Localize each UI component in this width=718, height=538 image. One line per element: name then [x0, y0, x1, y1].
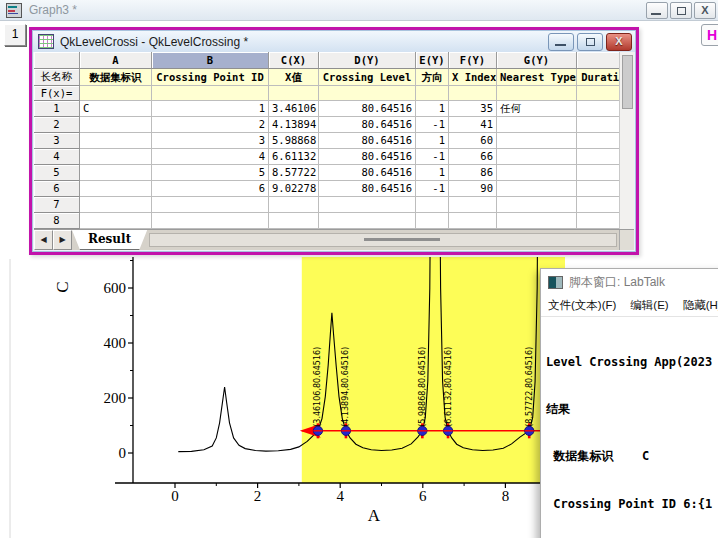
resize-grip[interactable]: [619, 230, 634, 250]
tab-scroll-left-button[interactable]: ◀: [34, 230, 53, 250]
worksheet-cell[interactable]: 80.64516: [319, 149, 416, 165]
worksheet-cell[interactable]: [497, 117, 577, 133]
worksheet-cell[interactable]: -1: [416, 181, 449, 197]
worksheet-cell[interactable]: [416, 213, 449, 229]
worksheet-cell[interactable]: [80, 117, 152, 133]
fx-cell[interactable]: [497, 86, 577, 101]
fx-cell[interactable]: [577, 86, 620, 101]
worksheet-cell[interactable]: 80.64516: [319, 101, 416, 117]
layer-1-button[interactable]: 1: [4, 24, 26, 46]
worksheet-horizontal-scrollbar[interactable]: [149, 233, 617, 247]
worksheet-titlebar[interactable]: QkLevelCrossi - QkLevelCrossing * X: [33, 31, 635, 52]
worksheet-cell[interactable]: 3.46106: [269, 101, 319, 117]
worksheet-cell[interactable]: 66: [449, 149, 497, 165]
worksheet-cell[interactable]: [80, 197, 152, 213]
worksheet-cell[interactable]: [80, 165, 152, 181]
worksheet-cell[interactable]: 5: [152, 165, 269, 181]
fx-cell[interactable]: [269, 86, 319, 101]
column-header-F(Y)[interactable]: F(Y): [449, 52, 497, 69]
worksheet-cell[interactable]: [497, 133, 577, 149]
worksheet-cell[interactable]: 90: [449, 181, 497, 197]
worksheet-cell[interactable]: 1: [416, 165, 449, 181]
row-number[interactable]: 3: [34, 133, 80, 149]
row-number[interactable]: 8: [34, 213, 80, 229]
worksheet-cell[interactable]: -1: [416, 149, 449, 165]
fx-cell[interactable]: [449, 86, 497, 101]
menu-file[interactable]: 文件(文本)(F): [548, 298, 616, 313]
worksheet-cell[interactable]: 1: [416, 133, 449, 149]
graph3-close-button[interactable]: X: [694, 2, 716, 19]
graph3-titlebar[interactable]: Graph3 * X: [0, 0, 718, 21]
worksheet-vertical-scrollbar[interactable]: [619, 52, 634, 230]
worksheet-cell[interactable]: [269, 197, 319, 213]
worksheet-cell[interactable]: [449, 213, 497, 229]
scrollbar-thumb[interactable]: [364, 238, 440, 241]
worksheet-cell[interactable]: -1: [416, 117, 449, 133]
fx-cell[interactable]: [80, 86, 152, 101]
worksheet-cell[interactable]: [497, 181, 577, 197]
column-header-B[interactable]: B: [152, 52, 269, 69]
worksheet-close-button[interactable]: X: [606, 33, 632, 51]
worksheet-cell[interactable]: [577, 213, 620, 229]
worksheet-grid[interactable]: ABC(X)D(Y)E(Y)F(Y)G(Y)长名称数据集标识Crossing P…: [34, 52, 620, 230]
worksheet-cell[interactable]: 80.64516: [319, 133, 416, 149]
menu-hide[interactable]: 隐藏(H): [683, 298, 718, 313]
worksheet-cell[interactable]: [497, 197, 577, 213]
long-name-row-header[interactable]: 长名称: [34, 69, 80, 86]
column-header-G(Y)[interactable]: G(Y): [497, 52, 577, 69]
column-header-E(Y)[interactable]: E(Y): [416, 52, 449, 69]
worksheet-cell[interactable]: [80, 213, 152, 229]
worksheet-cell[interactable]: [577, 149, 620, 165]
worksheet-cell[interactable]: 80.64516: [319, 117, 416, 133]
worksheet-cell[interactable]: [497, 149, 577, 165]
worksheet-cell[interactable]: 1: [416, 101, 449, 117]
worksheet-cell[interactable]: 4: [152, 149, 269, 165]
worksheet-cell[interactable]: 任何: [497, 101, 577, 117]
column-header-C(X)[interactable]: C(X): [269, 52, 319, 69]
column-header-A[interactable]: A: [80, 52, 152, 69]
hide-app-button[interactable]: H: [701, 24, 718, 46]
worksheet-cell[interactable]: 60: [449, 133, 497, 149]
long-name-cell[interactable]: Crossing Point ID: [152, 69, 269, 86]
menu-edit[interactable]: 编辑(E): [630, 298, 668, 313]
worksheet-cell[interactable]: [577, 117, 620, 133]
scrollbar-thumb[interactable]: [622, 55, 633, 109]
row-number[interactable]: 4: [34, 149, 80, 165]
fx-cell[interactable]: [319, 86, 416, 101]
fx-cell[interactable]: [152, 86, 269, 101]
script-output[interactable]: Level Crossing App(2023 结果 数据集标识 C Cross…: [541, 317, 718, 538]
worksheet-cell[interactable]: 41: [449, 117, 497, 133]
worksheet-restore-button[interactable]: [577, 33, 603, 51]
worksheet-cell[interactable]: [319, 197, 416, 213]
worksheet-cell[interactable]: [80, 181, 152, 197]
worksheet-cell[interactable]: [497, 213, 577, 229]
worksheet-cell[interactable]: [80, 133, 152, 149]
worksheet-cell[interactable]: [449, 197, 497, 213]
row-number[interactable]: 5: [34, 165, 80, 181]
worksheet-cell[interactable]: 5.98868: [269, 133, 319, 149]
worksheet-cell[interactable]: 9.02278: [269, 181, 319, 197]
worksheet-cell[interactable]: [269, 213, 319, 229]
worksheet-cell[interactable]: [416, 197, 449, 213]
long-name-cell[interactable]: X值: [269, 69, 319, 86]
worksheet-cell[interactable]: 1: [152, 101, 269, 117]
row-number[interactable]: 1: [34, 101, 80, 117]
worksheet-cell[interactable]: [152, 197, 269, 213]
row-number[interactable]: 2: [34, 117, 80, 133]
row-number[interactable]: 6: [34, 181, 80, 197]
fx-cell[interactable]: [416, 86, 449, 101]
graph3-restore-button[interactable]: [670, 2, 692, 19]
row-number[interactable]: 7: [34, 197, 80, 213]
long-name-cell[interactable]: Duration: [577, 69, 620, 86]
fx-row-header[interactable]: F(x)=: [34, 86, 80, 101]
long-name-cell[interactable]: Crossing Level: [319, 69, 416, 86]
worksheet-cell[interactable]: 3: [152, 133, 269, 149]
long-name-cell[interactable]: 数据集标识: [80, 69, 152, 86]
script-titlebar[interactable]: 脚本窗口: LabTalk: [541, 269, 718, 295]
long-name-cell[interactable]: X Index: [449, 69, 497, 86]
long-name-cell[interactable]: Nearest Type: [497, 69, 577, 86]
worksheet-cell[interactable]: 8.57722: [269, 165, 319, 181]
worksheet-cell[interactable]: 6: [152, 181, 269, 197]
worksheet-minimize-button[interactable]: [548, 33, 574, 51]
worksheet-cell[interactable]: [577, 101, 620, 117]
